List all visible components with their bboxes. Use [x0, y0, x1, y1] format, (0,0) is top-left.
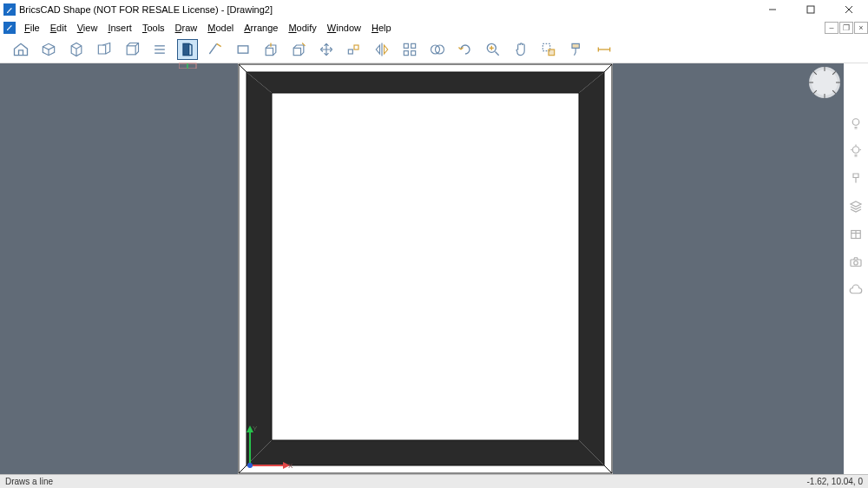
svg-rect-12 — [348, 49, 352, 54]
svg-rect-14 — [404, 43, 408, 48]
menu-file[interactable]: File — [19, 21, 45, 35]
bulb-on-icon[interactable] — [848, 143, 864, 159]
layout-tool[interactable] — [94, 39, 115, 60]
mdi-close-button[interactable]: × — [854, 22, 868, 34]
cube-solid-tool[interactable] — [38, 39, 59, 60]
svg-rect-16 — [404, 50, 408, 55]
home-tool[interactable] — [10, 39, 31, 60]
boolean-tool[interactable] — [427, 39, 448, 60]
menu-edit[interactable]: Edit — [45, 21, 72, 35]
minimize-button[interactable] — [753, 0, 792, 19]
model-slab — [238, 63, 613, 474]
svg-rect-15 — [411, 43, 416, 48]
app-icon: ⟋ — [3, 3, 16, 16]
cloud-icon[interactable] — [848, 282, 864, 298]
close-button[interactable] — [830, 0, 868, 19]
workspace: Y X — [0, 63, 868, 474]
mdi-controls: – ❐ × — [824, 22, 868, 34]
svg-rect-4 — [127, 45, 135, 54]
status-coords: -1.62, 10.04, 0 — [807, 477, 864, 486]
wall-tool[interactable] — [177, 39, 198, 60]
svg-line-38 — [604, 64, 612, 72]
menu-arrange[interactable]: Arrange — [239, 21, 283, 35]
camera-icon[interactable] — [848, 254, 864, 270]
measure-tool[interactable] — [594, 39, 615, 60]
pushpull-tool[interactable] — [260, 39, 281, 60]
svg-point-48 — [852, 147, 859, 154]
svg-rect-25 — [549, 49, 555, 56]
status-bar: Draws a line -1.62, 10.04, 0 — [0, 474, 868, 488]
box-tool[interactable] — [122, 39, 142, 60]
svg-rect-13 — [354, 45, 358, 49]
maximize-button[interactable] — [792, 0, 830, 19]
rotate-tool[interactable] — [455, 39, 476, 60]
svg-rect-9 — [238, 45, 248, 52]
window-controls — [753, 0, 868, 19]
view-compass[interactable] — [809, 67, 840, 98]
svg-marker-31 — [247, 72, 604, 93]
list-tool[interactable] — [149, 39, 170, 60]
window-title: BricsCAD Shape (NOT FOR RESALE License) … — [19, 4, 753, 15]
array-3d-tool[interactable] — [344, 39, 365, 60]
svg-rect-8 — [183, 43, 189, 55]
menu-draw[interactable]: Draw — [170, 21, 203, 35]
ucs-mini-icon — [179, 60, 200, 69]
move-3d-tool[interactable] — [316, 39, 337, 60]
pan-tool[interactable] — [510, 39, 531, 60]
grid-tool[interactable] — [399, 39, 420, 60]
doc-icon: ⟋ — [3, 22, 16, 34]
svg-rect-17 — [411, 50, 416, 55]
menu-model[interactable]: Model — [202, 21, 239, 35]
menu-tools[interactable]: Tools — [137, 21, 170, 35]
svg-rect-41 — [272, 93, 579, 440]
rect-tool[interactable] — [233, 39, 253, 60]
paint-tool[interactable] — [566, 39, 587, 60]
brush-icon[interactable] — [848, 171, 864, 187]
menu-modify[interactable]: Modify — [283, 21, 321, 35]
mirror-tool[interactable] — [372, 39, 392, 60]
cube-wire-tool[interactable] — [66, 39, 87, 60]
svg-rect-11 — [293, 48, 300, 55]
svg-point-53 — [854, 261, 858, 266]
main-toolbar — [0, 36, 868, 63]
svg-line-39 — [239, 465, 247, 473]
menu-bar: ⟋ FileEditViewInsertToolsDrawModelArrang… — [0, 19, 868, 36]
zoom-fit-tool[interactable] — [483, 39, 503, 60]
layers-icon[interactable] — [848, 199, 864, 214]
menu-help[interactable]: Help — [366, 21, 397, 35]
svg-rect-1 — [807, 6, 814, 13]
mdi-restore-button[interactable]: ❐ — [839, 22, 853, 34]
mdi-minimize-button[interactable]: – — [825, 22, 838, 34]
svg-marker-33 — [247, 440, 604, 465]
structure-icon[interactable] — [848, 227, 864, 242]
svg-line-37 — [239, 64, 247, 72]
svg-marker-32 — [579, 72, 604, 465]
title-bar: ⟋ BricsCAD Shape (NOT FOR RESALE License… — [0, 0, 868, 19]
svg-line-40 — [604, 465, 612, 473]
right-tool-panel — [844, 63, 868, 474]
svg-marker-34 — [247, 72, 272, 465]
status-hint: Draws a line — [5, 477, 53, 486]
viewport[interactable]: Y X — [0, 63, 844, 474]
svg-rect-10 — [266, 48, 273, 55]
line-tool[interactable] — [205, 39, 226, 60]
menu-view[interactable]: View — [72, 21, 103, 35]
select-region-tool[interactable] — [538, 39, 559, 60]
svg-point-47 — [852, 119, 859, 126]
bulb-off-icon[interactable] — [848, 115, 864, 131]
svg-line-21 — [496, 51, 499, 55]
menu-window[interactable]: Window — [322, 21, 366, 35]
extrude-tool[interactable] — [288, 39, 309, 60]
menu-insert[interactable]: Insert — [102, 21, 137, 35]
